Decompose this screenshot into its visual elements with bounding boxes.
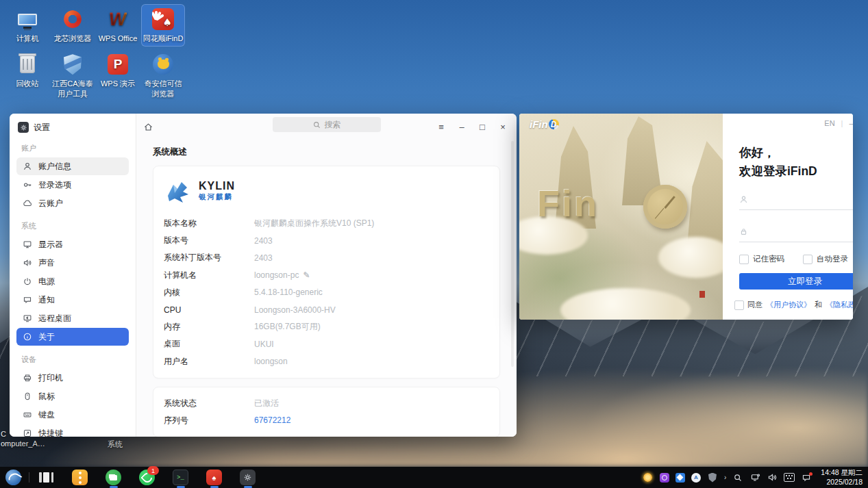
speaker-icon	[23, 258, 32, 268]
speaker-icon	[767, 472, 778, 483]
desktop-icon-recycle-bin[interactable]: 回收站	[5, 49, 49, 102]
login-greeting: 你好， 欢迎登录iFinD	[739, 144, 853, 181]
info-row-status: 系统状态已激活	[164, 395, 489, 412]
desktop-icon-ca-tool[interactable]: 江西CA海泰用户工具	[51, 49, 95, 102]
desktop-icon-label: WPS Office	[99, 34, 138, 43]
wps-office-icon: W	[107, 8, 129, 30]
menu-icon[interactable]: ≡	[434, 122, 448, 132]
keyboard-icon	[784, 473, 795, 482]
tray-screenshot-app[interactable]	[660, 473, 669, 483]
kylin-logo: KYLIN 银河麒麟	[164, 177, 489, 205]
desktop-icon-loongson-browser[interactable]: 龙芯浏览器	[51, 4, 95, 47]
settings-sidebar: 设置 账户 账户信息 登录选项 云账户 系统 显示器 声音	[10, 114, 136, 437]
tray-search[interactable]	[732, 472, 743, 483]
sidebar-item-printer[interactable]: 打印机	[16, 369, 129, 387]
desktop-icon-wps-presentation[interactable]: P WPS 演示	[96, 49, 140, 102]
agree-checkbox[interactable]	[734, 300, 744, 310]
clock-time: 14:48 星期二	[821, 468, 863, 478]
desktop-icon-qianxin-browser[interactable]: 奇安信可信浏览器	[141, 49, 185, 102]
password-field[interactable]	[739, 227, 853, 242]
home-icon[interactable]	[143, 122, 153, 132]
task-view-button[interactable]	[39, 472, 53, 483]
network-icon	[750, 472, 760, 483]
red-seal	[699, 291, 705, 298]
remember-password-checkbox[interactable]: 记住密码	[739, 254, 784, 264]
activation-card: 系统状态已激活 序列号67672212	[153, 387, 500, 437]
tray-antivirus[interactable]: A	[691, 473, 701, 483]
keyboard-icon	[23, 410, 32, 420]
lock-icon	[739, 227, 748, 236]
language-toggle[interactable]: EN	[824, 119, 834, 127]
qianxin-browser-icon	[152, 53, 174, 75]
sidebar-item-remote-desktop[interactable]: 远程桌面	[16, 309, 129, 327]
info-row: CPULoongson-3A6000-HV	[164, 301, 489, 318]
tray-expand-arrow[interactable]: ›	[724, 474, 726, 481]
forgot-password-link[interactable]: 忘记密码	[813, 319, 845, 320]
sidebar-item-about[interactable]: 关于	[16, 328, 129, 346]
checkbox-icon	[803, 255, 813, 264]
loongson-browser-icon	[62, 8, 84, 30]
tray-network[interactable]	[749, 472, 760, 483]
tray-volume[interactable]	[767, 472, 778, 483]
apply-account-link[interactable]: 申请账号	[766, 319, 797, 320]
sidebar-item-shortcuts[interactable]: 快捷键	[16, 424, 129, 437]
key-icon	[23, 180, 32, 190]
tray-input-method[interactable]	[784, 472, 795, 483]
taskbar-clock[interactable]: 14:48 星期二 2025/02/18	[821, 468, 863, 487]
info-row: 系统补丁版本号2403	[164, 249, 489, 266]
tray-notifications[interactable]	[801, 472, 812, 483]
user-icon	[739, 195, 748, 204]
info-row: 内存16GB(9.7GB可用)	[164, 318, 489, 335]
desktop-icon-ifind[interactable]: ♠ 同花顺iFinD	[141, 4, 185, 47]
sidebar-item-power[interactable]: 电源	[16, 272, 129, 290]
sidebar-item-keyboard[interactable]: 键盘	[16, 406, 129, 424]
user-agreement-link[interactable]: 《用户协议》	[766, 300, 811, 310]
sidebar-item-sound[interactable]: 声音	[16, 254, 129, 272]
close-icon[interactable]: ×	[496, 122, 510, 132]
sidebar-item-cloud-account[interactable]: 云账户	[16, 194, 129, 212]
tray-sync-app[interactable]	[675, 473, 685, 483]
sidebar-item-display[interactable]: 显示器	[16, 235, 129, 253]
chat-bubble-icon	[23, 295, 32, 305]
minimize-icon[interactable]: –	[455, 122, 469, 132]
taskbar-ifind[interactable]: ♠	[206, 470, 222, 485]
desktop-icon-wps-office[interactable]: W WPS Office	[96, 4, 140, 47]
edit-pencil-icon[interactable]: ✎	[303, 270, 310, 280]
sidebar-item-notifications[interactable]: 通知	[16, 291, 129, 309]
login-button[interactable]: 立即登录	[739, 273, 853, 290]
scrollbar[interactable]	[511, 141, 514, 367]
minimize-icon[interactable]: –	[849, 119, 853, 127]
sun-icon	[643, 473, 652, 482]
tray-brightness[interactable]	[643, 472, 654, 483]
maximize-icon[interactable]: □	[475, 122, 489, 132]
user-icon	[23, 162, 32, 171]
desktop-icon-label: WPS 演示	[101, 79, 135, 88]
search-input[interactable]: 搜索	[273, 117, 381, 132]
mouse-icon	[23, 391, 32, 401]
page-title: 系统概述	[153, 146, 500, 158]
clock-date: 2025/02/18	[821, 478, 863, 487]
ifind-icon: ♠	[152, 8, 174, 30]
username-field[interactable]	[739, 195, 853, 210]
settings-header: 搜索 ≡ – □ ×	[136, 114, 517, 137]
monitor-icon	[23, 240, 32, 249]
desktop-icon-computer[interactable]: 计算机	[5, 4, 49, 47]
taskbar-settings[interactable]	[240, 470, 256, 485]
fin-clock-art	[643, 185, 687, 229]
tray-security-shield[interactable]	[707, 472, 718, 483]
taskbar-terminal[interactable]: >_	[173, 470, 188, 485]
sidebar-item-mouse[interactable]: 鼠标	[16, 387, 129, 405]
start-menu-button[interactable]	[5, 470, 21, 485]
fin-art-text: Fin	[537, 182, 599, 224]
auto-login-checkbox[interactable]: 自动登录	[803, 254, 848, 264]
sidebar-section-system: 系统	[21, 221, 124, 231]
privacy-policy-link[interactable]: 《隐私政策》	[826, 300, 853, 310]
sidebar-item-account-info[interactable]: 账户信息	[16, 157, 129, 175]
settings-app-title: 设置	[18, 120, 127, 134]
settings-app-icon	[18, 122, 29, 133]
taskbar-app-launcher[interactable]	[72, 470, 88, 485]
sidebar-item-login-options[interactable]: 登录选项	[16, 176, 129, 194]
taskbar-file-manager[interactable]	[106, 470, 121, 485]
serial-number-link[interactable]: 67672212	[254, 415, 290, 425]
taskbar-chat-app[interactable]: 1	[139, 470, 155, 485]
